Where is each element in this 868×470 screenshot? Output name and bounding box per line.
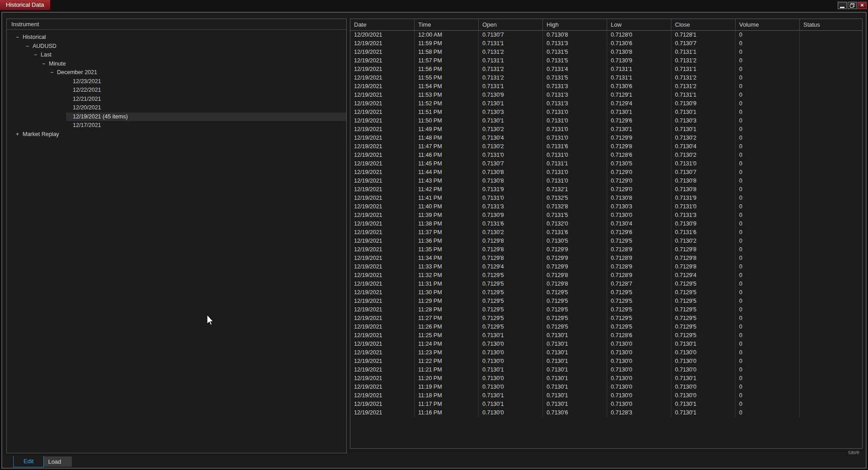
expand-icon[interactable]: + <box>16 130 23 139</box>
table-row[interactable]: 12/19/202111:17 PM0.7130'10.7130'10.7130… <box>350 400 862 409</box>
tree-item-12-17-2021[interactable]: 12/17/2021 <box>7 121 346 130</box>
cell-close: 0.7130'2 <box>671 134 736 142</box>
table-row[interactable]: 12/19/202111:56 PM0.7131'20.7131'40.7131… <box>350 65 862 74</box>
table-row[interactable]: 12/19/202111:57 PM0.7131'10.7131'50.7130… <box>350 56 862 65</box>
cell-time: 11:41 PM <box>415 194 479 202</box>
table-row[interactable]: 12/19/202111:22 PM0.7130'00.7130'10.7130… <box>350 357 862 366</box>
table-row[interactable]: 12/19/202111:19 PM0.7130'00.7130'10.7130… <box>350 383 862 391</box>
table-row[interactable]: 12/19/202111:16 PM0.7130'00.7130'60.7128… <box>350 409 862 417</box>
table-row[interactable]: 12/19/202111:46 PM0.7131'00.7131'00.7128… <box>350 151 862 160</box>
table-row[interactable]: 12/19/202111:41 PM0.7131'00.7132'50.7130… <box>350 194 862 202</box>
tree-item-label: 12/22/2021 <box>73 86 101 95</box>
table-row[interactable]: 12/19/202111:27 PM0.7129'50.7129'50.7129… <box>350 314 862 323</box>
table-row[interactable]: 12/19/202111:33 PM0.7129'40.7129'90.7128… <box>350 263 862 271</box>
column-header-high[interactable]: High <box>543 19 607 30</box>
table-row[interactable]: 12/19/202111:31 PM0.7129'50.7129'80.7128… <box>350 280 862 288</box>
cell-volume: 0 <box>736 160 800 168</box>
cell-open: 0.7131'2 <box>479 74 543 82</box>
column-header-time[interactable]: Time <box>415 19 479 30</box>
table-row[interactable]: 12/19/202111:25 PM0.7130'10.7130'10.7128… <box>350 331 862 340</box>
table-row[interactable]: 12/19/202111:42 PM0.7131'90.7132'10.7129… <box>350 185 862 194</box>
cell-status <box>800 348 862 357</box>
cell-close: 0.7131'6 <box>671 228 736 237</box>
window-title-tab[interactable]: Historical Data <box>0 0 51 10</box>
table-row[interactable]: 12/19/202111:39 PM0.7130'90.7131'50.7130… <box>350 211 862 220</box>
table-row[interactable]: 12/19/202111:38 PM0.7131'60.7132'00.7130… <box>350 220 862 228</box>
cell-status <box>800 160 862 168</box>
collapse-icon[interactable]: − <box>26 42 33 51</box>
table-row[interactable]: 12/19/202111:52 PM0.7130'10.7131'30.7129… <box>350 99 862 108</box>
table-row[interactable]: 12/19/202111:45 PM0.7130'70.7131'10.7130… <box>350 160 862 168</box>
table-row[interactable]: 12/19/202111:18 PM0.7130'10.7130'10.7130… <box>350 391 862 400</box>
cell-status <box>800 48 862 56</box>
table-row[interactable]: 12/19/202111:48 PM0.7130'40.7131'00.7129… <box>350 134 862 142</box>
column-header-open[interactable]: Open <box>479 19 543 30</box>
cell-high: 0.7130'1 <box>543 374 607 383</box>
column-header-close[interactable]: Close <box>671 19 736 30</box>
tree-item-market-replay[interactable]: +Market Replay <box>7 130 346 139</box>
table-row[interactable]: 12/19/202111:20 PM0.7130'00.7130'10.7130… <box>350 374 862 383</box>
table-row[interactable]: 12/20/202112:00 AM0.7130'70.7130'80.7128… <box>350 31 862 39</box>
column-header-date[interactable]: Date <box>350 19 415 30</box>
tree-item-12-19-2021-45-items[interactable]: 12/19/2021 (45 items) <box>7 113 346 122</box>
table-row[interactable]: 12/19/202111:32 PM0.7129'50.7129'80.7128… <box>350 271 862 280</box>
table-row[interactable]: 12/19/202111:30 PM0.7129'50.7129'50.7129… <box>350 288 862 297</box>
table-row[interactable]: 12/19/202111:34 PM0.7129'80.7129'90.7128… <box>350 254 862 263</box>
cell-close: 0.7130'3 <box>671 117 736 125</box>
column-header-volume[interactable]: Volume <box>736 19 800 30</box>
collapse-icon[interactable]: − <box>50 68 57 77</box>
table-row[interactable]: 12/19/202111:47 PM0.7130'20.7131'60.7129… <box>350 142 862 151</box>
tree-item-december-2021[interactable]: −December 2021 <box>7 68 346 77</box>
collapse-icon[interactable]: − <box>16 33 23 42</box>
table-row[interactable]: 12/19/202111:53 PM0.7130'90.7131'30.7129… <box>350 91 862 99</box>
tab-edit[interactable]: Edit <box>13 456 44 467</box>
cell-high: 0.7130'8 <box>543 31 607 39</box>
cell-status <box>800 91 862 99</box>
cell-low: 0.7129'8 <box>607 142 671 151</box>
column-header-low[interactable]: Low <box>607 19 671 30</box>
table-row[interactable]: 12/19/202111:50 PM0.7130'10.7131'00.7129… <box>350 117 862 125</box>
table-row[interactable]: 12/19/202111:43 PM0.7130'80.7131'00.7129… <box>350 177 862 185</box>
tree-item-audusd[interactable]: −AUDUSD <box>7 42 346 51</box>
tree-item-12-23-2021[interactable]: 12/23/2021 <box>7 77 346 86</box>
restore-button[interactable] <box>848 2 857 9</box>
cell-time: 11:39 PM <box>415 211 479 220</box>
table-row[interactable]: 12/19/202111:51 PM0.7130'30.7131'00.7130… <box>350 108 862 117</box>
table-row[interactable]: 12/19/202111:59 PM0.7131'10.7131'30.7130… <box>350 39 862 48</box>
table-row[interactable]: 12/19/202111:36 PM0.7129'80.7130'50.7129… <box>350 237 862 245</box>
table-row[interactable]: 12/19/202111:26 PM0.7129'50.7129'50.7129… <box>350 323 862 331</box>
minimize-button[interactable] <box>838 2 847 9</box>
tree-item-minute[interactable]: −Minute <box>7 60 346 69</box>
tree-indent-spacer <box>66 95 73 104</box>
tree-item-12-21-2021[interactable]: 12/21/2021 <box>7 95 346 104</box>
tree-item-12-20-2021[interactable]: 12/20/2021 <box>7 103 346 113</box>
collapse-icon[interactable]: − <box>42 60 49 69</box>
table-row[interactable]: 12/19/202111:54 PM0.7131'10.7131'30.7130… <box>350 82 862 91</box>
table-row[interactable]: 12/19/202111:40 PM0.7131'30.7132'80.7130… <box>350 202 862 211</box>
tree-item-historical[interactable]: −Historical <box>7 33 346 42</box>
table-row[interactable]: 12/19/202111:21 PM0.7130'10.7130'10.7130… <box>350 366 862 374</box>
tab-load[interactable]: Load <box>44 456 72 467</box>
column-header-status[interactable]: Status <box>800 19 862 30</box>
cell-date: 12/19/2021 <box>350 151 415 160</box>
cell-time: 11:37 PM <box>415 228 479 237</box>
table-row[interactable]: 12/19/202111:24 PM0.7130'00.7130'10.7130… <box>350 340 862 348</box>
save-button[interactable]: save <box>848 449 859 456</box>
cell-date: 12/19/2021 <box>350 391 415 400</box>
table-row[interactable]: 12/19/202111:29 PM0.7129'50.7129'50.7129… <box>350 297 862 306</box>
close-button[interactable]: ✕ <box>858 2 867 9</box>
table-row[interactable]: 12/19/202111:37 PM0.7130'20.7131'60.7129… <box>350 228 862 237</box>
cell-close: 0.7131'1 <box>671 48 736 56</box>
tree-item-12-22-2021[interactable]: 12/22/2021 <box>7 86 346 95</box>
cell-date: 12/19/2021 <box>350 348 415 357</box>
table-row[interactable]: 12/19/202111:44 PM0.7130'80.7131'00.7129… <box>350 168 862 177</box>
tree-item-last[interactable]: −Last <box>7 51 346 60</box>
table-row[interactable]: 12/19/202111:49 PM0.7130'20.7131'00.7130… <box>350 125 862 134</box>
cell-time: 11:34 PM <box>415 254 479 263</box>
table-row[interactable]: 12/19/202111:35 PM0.7129'80.7129'90.7128… <box>350 245 862 254</box>
table-row[interactable]: 12/19/202111:23 PM0.7130'00.7130'10.7130… <box>350 348 862 357</box>
table-row[interactable]: 12/19/202111:58 PM0.7131'20.7131'50.7130… <box>350 48 862 56</box>
table-row[interactable]: 12/19/202111:55 PM0.7131'20.7131'50.7131… <box>350 74 862 82</box>
collapse-icon[interactable]: − <box>34 51 41 60</box>
table-row[interactable]: 12/19/202111:28 PM0.7129'50.7129'50.7129… <box>350 306 862 314</box>
